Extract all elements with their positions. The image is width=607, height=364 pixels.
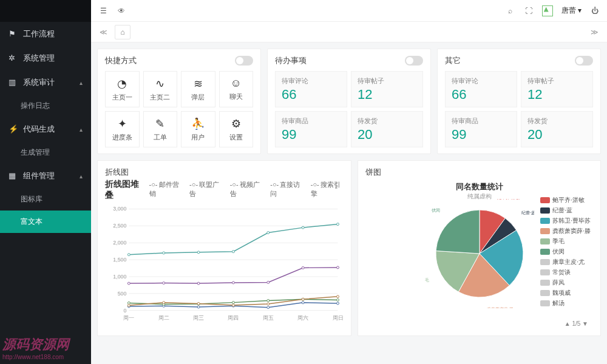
stat-cell[interactable]: 待发货20 (521, 111, 593, 147)
svg-point-32 (267, 300, 270, 302)
stat-cell[interactable]: 待审评论66 (445, 71, 517, 107)
sidebar: ⚑工作流程✲系统管理▥系统审计▴操作日志⚡代码生成▴生成管理▦组件管理▴图标库富… (0, 0, 91, 364)
line-panel-title: 折线图 (105, 167, 344, 178)
gauge-icon: ◔ (117, 77, 127, 90)
svg-text:鲍平齐·湛敏: 鲍平齐·湛敏 (497, 199, 520, 200)
content: 快捷方式 ◔主页一∿主页二≋弹层☺聊天✦进度条✎工单⛹用户⚙设置 待办事项 待审… (91, 42, 607, 364)
pie-chart-card: 饼图 同名数量统计 纯属虚构 鲍平齐·湛敏纪蕾·蓝苏韩卫·曹毕苏龚蔡萧窦薛·滕季… (358, 160, 601, 336)
svg-point-43 (163, 282, 165, 285)
quick-cell[interactable]: ✦进度条 (105, 111, 140, 147)
stat-cell[interactable]: 待审商品99 (275, 111, 347, 147)
line-chart-legend: 邮件营销联盟广告视频广告直接访问搜索引擎 (149, 180, 344, 198)
eye-icon[interactable]: 👁 (117, 6, 126, 16)
stat-cell[interactable]: 待审商品99 (445, 111, 517, 147)
other-title: 其它 (445, 55, 461, 66)
home-tab[interactable]: ⌂ (115, 25, 131, 39)
other-toggle[interactable] (575, 56, 593, 66)
svg-point-42 (127, 282, 130, 285)
stat-cell[interactable]: 待审评论66 (275, 71, 347, 107)
svg-text:1,500: 1,500 (113, 257, 126, 263)
username-dropdown[interactable]: 唐蕾 ▾ (561, 5, 582, 16)
line-chart-svg: 3,0002,5002,0001,5001,0005000周一周二周三周四周五周… (105, 202, 344, 323)
svg-text:周四: 周四 (228, 315, 239, 321)
quick-card: 快捷方式 ◔主页一∿主页二≋弹层☺聊天✦进度条✎工单⛹用户⚙设置 (97, 49, 261, 154)
topbar: ☰ 👁 ⌕ ⛶ 唐蕾 ▾ ⏻ (91, 0, 607, 22)
todo-toggle[interactable] (405, 56, 423, 66)
nav-sub-item[interactable]: 操作日志 (0, 95, 91, 117)
svg-point-49 (127, 254, 130, 256)
svg-point-48 (337, 266, 339, 269)
pie-panel-title: 饼图 (365, 167, 593, 178)
stat-cell[interactable]: 待审帖子12 (521, 71, 593, 107)
nav-sub-item[interactable]: 图标库 (0, 188, 91, 211)
chevron-up-icon: ▴ (80, 173, 83, 180)
download-icon[interactable]: ⭳ (333, 181, 340, 190)
svg-text:伏闵: 伏闵 (432, 207, 440, 213)
avatar[interactable] (542, 5, 553, 16)
pie-chart-svg: 鲍平齐·湛敏纪蕾·蓝苏韩卫·曹毕苏龚蔡萧窦薛·滕季毛伏闵 (425, 199, 534, 308)
quick-cell[interactable]: ⛹用户 (181, 111, 215, 147)
svg-point-52 (232, 251, 234, 253)
svg-point-53 (267, 232, 270, 234)
svg-text:1,000: 1,000 (113, 274, 126, 280)
line-chart-card: 折线图 ⭳ 折线图堆叠 邮件营销联盟广告视频广告直接访问搜索引擎 3,0002,… (97, 160, 351, 336)
tab-scroll-left[interactable]: ≪ (97, 25, 110, 39)
fullscreen-icon[interactable]: ⛶ (524, 6, 534, 16)
svg-point-27 (337, 302, 339, 305)
pie-pager[interactable]: ▲ 1/5 ▼ (565, 320, 588, 327)
quick-cell[interactable]: ⚙设置 (219, 111, 254, 147)
quick-cell[interactable]: ☺聊天 (219, 71, 254, 107)
nav-item[interactable]: ▥系统审计▴ (0, 70, 91, 95)
dashboard-icon[interactable]: ⌕ (506, 6, 515, 16)
nav-sub-item[interactable]: 富文本 (0, 211, 91, 233)
stat-cell[interactable]: 待发货20 (351, 111, 423, 147)
tab-scroll-right[interactable]: ≫ (588, 25, 601, 39)
svg-point-41 (337, 295, 339, 298)
quick-toggle[interactable] (235, 56, 253, 66)
nav-item[interactable]: ✲系统管理 (0, 46, 91, 70)
svg-text:龚蔡萧窦薛·滕: 龚蔡萧窦薛·滕 (487, 306, 514, 308)
quick-cell[interactable]: ≋弹层 (181, 71, 215, 107)
pie-legend: 鲍平齐·湛敏纪蕾·蓝苏韩卫·曹毕苏龚蔡萧窦薛·滕季毛伏闵康章主皮·尤常贺谈薛凤魏… (540, 196, 591, 309)
doc-icon: ✎ (155, 117, 164, 130)
svg-text:500: 500 (118, 291, 127, 297)
nav-item[interactable]: ⚡代码生成▴ (0, 117, 91, 141)
svg-text:周三: 周三 (193, 315, 204, 321)
user-icon: ⛹ (191, 117, 205, 130)
svg-point-35 (127, 304, 130, 306)
power-icon[interactable]: ⏻ (590, 6, 600, 16)
svg-point-36 (163, 302, 165, 304)
svg-point-46 (267, 281, 270, 283)
nav-item[interactable]: ⚑工作流程 (0, 22, 91, 46)
svg-text:周一: 周一 (123, 315, 134, 321)
todo-card: 待办事项 待审评论66待审帖子12待审商品99待发货20 (267, 49, 431, 154)
svg-point-55 (337, 223, 339, 226)
svg-point-38 (232, 304, 234, 306)
svg-text:纪蕾·蓝: 纪蕾·蓝 (521, 210, 534, 215)
quick-cell[interactable]: ∿主页二 (143, 71, 178, 107)
gear-icon: ⚙ (231, 117, 241, 130)
svg-point-25 (267, 306, 270, 309)
svg-point-26 (302, 302, 304, 304)
pie-chart-title: 同名数量统计 (456, 181, 503, 192)
svg-text:2,500: 2,500 (113, 223, 126, 229)
menu-toggle-icon[interactable]: ☰ (98, 6, 108, 16)
svg-text:2,000: 2,000 (113, 240, 126, 246)
tabbar: ≪ ⌂ ≫ (91, 22, 607, 42)
svg-point-23 (197, 306, 200, 308)
nav-item[interactable]: ▦组件管理▴ (0, 164, 91, 188)
face-icon: ☺ (231, 77, 242, 90)
nav-sub-item[interactable]: 生成管理 (0, 141, 91, 164)
svg-point-50 (163, 252, 165, 254)
svg-text:周五: 周五 (263, 315, 274, 321)
todo-title: 待办事项 (275, 55, 307, 66)
svg-text:周二: 周二 (158, 315, 169, 321)
svg-text:周六: 周六 (297, 315, 308, 321)
svg-point-40 (302, 298, 304, 300)
pie-chart-subtitle: 纯属虚构 (467, 192, 492, 201)
svg-point-34 (337, 298, 339, 301)
sidebar-logo (0, 0, 91, 22)
quick-cell[interactable]: ✎工单 (143, 111, 178, 147)
stat-cell[interactable]: 待审帖子12 (351, 71, 423, 107)
quick-cell[interactable]: ◔主页一 (105, 71, 140, 107)
